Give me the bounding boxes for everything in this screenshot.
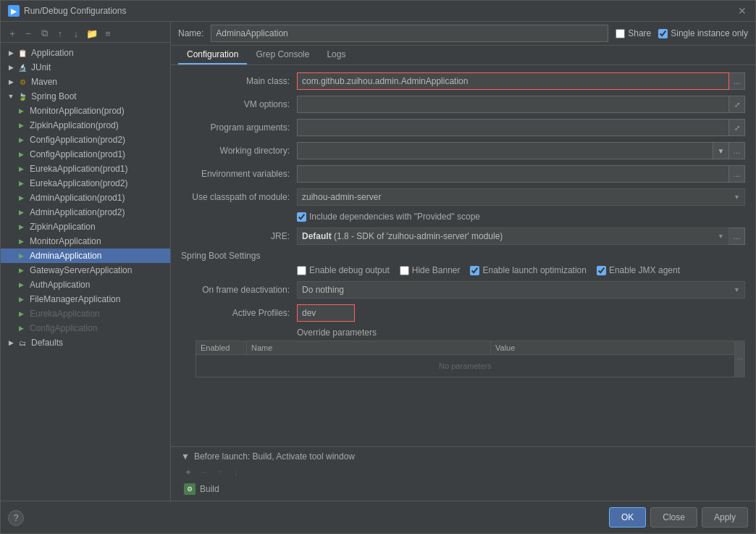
sidebar-item-config-prod1[interactable]: ▶ ConfigApplication(prod1)	[1, 147, 170, 162]
run-debug-dialog: ▶ Run/Debug Configurations ✕ + − ⧉ ↑ ↓ 📁…	[0, 0, 756, 534]
vm-options-input-group: ⤢	[297, 96, 745, 113]
sidebar-item-label: AuthApplication	[30, 280, 90, 290]
share-label: Share	[628, 28, 651, 38]
main-class-browse-button[interactable]: …	[729, 72, 745, 90]
vm-options-expand-button[interactable]: ⤢	[729, 96, 745, 113]
sidebar-item-zipkin[interactable]: ▶ ZipkinApplication	[1, 220, 170, 234]
sidebar-item-zipkin-prod[interactable]: ▶ ZipkinApplication(prod)	[1, 118, 170, 133]
main-class-input[interactable]	[297, 72, 729, 90]
override-no-params: No parameters	[196, 355, 734, 377]
sidebar-item-auth[interactable]: ▶ AuthApplication	[1, 278, 170, 292]
spring-boot-settings-title: Spring Boot Settings	[181, 251, 745, 261]
sidebar-item-filemanager[interactable]: ▶ FileManagerApplication	[1, 292, 170, 306]
program-args-input-group: ⤢	[297, 119, 745, 136]
ok-button[interactable]: OK	[609, 507, 646, 527]
classpath-row: Use classpath of module: zuihou-admin-se…	[181, 188, 745, 206]
on-frame-deact-dropdown-group: Do nothing ▼	[297, 281, 745, 299]
working-dir-dropdown-button[interactable]: ▼	[713, 142, 729, 159]
single-instance-label: Single instance only	[671, 28, 748, 38]
sidebar-item-spring-boot[interactable]: ▼ 🍃 Spring Boot	[1, 89, 170, 104]
on-frame-deact-label: On frame deactivation:	[181, 285, 297, 295]
on-frame-deact-dropdown[interactable]: Do nothing ▼	[297, 281, 745, 299]
active-profiles-row: Active Profiles:	[181, 304, 745, 322]
bl-remove-button: −	[197, 466, 211, 479]
sidebar-item-label: ConfigApplication(prod1)	[30, 149, 125, 159]
enable-launch-opt-checkbox[interactable]	[470, 266, 479, 275]
program-args-label: Program arguments:	[181, 122, 297, 133]
close-button[interactable]: Close	[650, 507, 697, 527]
sidebar-item-label: FileManagerApplication	[30, 294, 120, 304]
include-deps-label: Include dependencies with "Provided" sco…	[309, 212, 480, 222]
move-down-button[interactable]: ↓	[69, 26, 83, 41]
sidebar-item-maven[interactable]: ▶ ⚙ Maven	[1, 75, 170, 89]
sidebar-item-admina[interactable]: ▶ AdminaApplication	[1, 249, 170, 263]
window-title: Run/Debug Configurations	[24, 6, 126, 16]
sidebar-item-admin-prod1[interactable]: ▶ AdminApplication(prod1)	[1, 191, 170, 205]
sidebar-item-defaults[interactable]: ▶ 🗂 Defaults	[1, 335, 170, 350]
bl-move-up-button: ↑	[213, 466, 227, 479]
run-icon: ▶	[15, 235, 27, 247]
env-vars-input[interactable]	[297, 165, 729, 183]
sidebar-toolbar: + − ⧉ ↑ ↓ 📁 ≡	[1, 25, 170, 43]
sort-button[interactable]: ≡	[101, 26, 115, 41]
include-deps-checkbox[interactable]	[297, 212, 306, 222]
run-icon: ▶	[15, 221, 27, 233]
sidebar-item-label: Maven	[31, 77, 57, 87]
sidebar-item-label: EurekaApplication(prod1)	[30, 164, 127, 174]
enable-debug-checkbox[interactable]	[297, 266, 306, 275]
move-up-button[interactable]: ↑	[53, 26, 67, 41]
sidebar-item-monitor[interactable]: ▶ MonitorApplication	[1, 234, 170, 249]
sidebar-item-admin-prod2[interactable]: ▶ AdminApplication(prod2)	[1, 205, 170, 220]
tab-configuration[interactable]: Configuration	[178, 46, 247, 64]
share-checkbox[interactable]	[616, 29, 625, 38]
program-args-expand-button[interactable]: ⤢	[729, 119, 745, 136]
folder-button[interactable]: 📁	[85, 26, 99, 41]
scroll-indicator[interactable]: >>	[735, 341, 745, 377]
before-launch-header[interactable]: ▼ Before launch: Build, Activate tool wi…	[181, 451, 745, 462]
env-vars-browse-button[interactable]: …	[729, 165, 745, 183]
name-bar: Name: Share Single instance only	[171, 22, 755, 46]
sidebar-item-config-prod2[interactable]: ▶ ConfigApplication(prod2)	[1, 133, 170, 147]
bl-add-button[interactable]: +	[181, 466, 196, 479]
build-icon: ⚙	[184, 483, 196, 495]
main-content: + − ⧉ ↑ ↓ 📁 ≡ ▶ 📋 Application ▶ 🔬 JUnit …	[1, 22, 755, 501]
add-config-button[interactable]: +	[5, 26, 20, 41]
sidebar-item-eureka-prod1[interactable]: ▶ EurekaApplication(prod1)	[1, 162, 170, 176]
apply-button[interactable]: Apply	[702, 507, 748, 527]
jre-browse-button[interactable]: …	[729, 228, 745, 245]
collapse-icon: ▼	[181, 451, 190, 462]
sidebar-item-eureka-prod2[interactable]: ▶ EurekaApplication(prod2)	[1, 176, 170, 191]
copy-config-button[interactable]: ⧉	[37, 26, 51, 41]
jre-dropdown[interactable]: Default (1.8 - SDK of 'zuihou-admin-serv…	[297, 228, 729, 245]
before-launch-label: Before launch: Build, Activate tool wind…	[194, 451, 355, 462]
sidebar-item-application[interactable]: ▶ 📋 Application	[1, 46, 170, 60]
single-instance-checkbox[interactable]	[658, 29, 668, 38]
sidebar-item-gateway[interactable]: ▶ GatewayServerApplication	[1, 263, 170, 278]
enable-jmx-checkbox[interactable]	[597, 266, 606, 275]
close-window-button[interactable]: ✕	[736, 5, 748, 17]
env-vars-row: Environment variables: …	[181, 165, 745, 183]
working-dir-input[interactable]	[297, 142, 713, 159]
spring-icon: 🍃	[17, 91, 28, 102]
run-icon: ▶	[15, 293, 27, 305]
window-icon: ▶	[8, 5, 20, 17]
active-profiles-input[interactable]	[297, 304, 355, 322]
sidebar-item-monitor-prod[interactable]: ▶ MonitorApplication(prod)	[1, 104, 170, 118]
vm-options-input[interactable]	[297, 96, 729, 113]
sidebar-item-junit[interactable]: ▶ 🔬 JUnit	[1, 60, 170, 75]
tab-grep-console[interactable]: Grep Console	[247, 46, 318, 64]
working-dir-browse-button[interactable]: …	[729, 142, 745, 159]
program-args-input[interactable]	[297, 119, 729, 136]
hide-banner-checkbox[interactable]	[400, 266, 409, 275]
name-input[interactable]	[211, 25, 608, 42]
remove-config-button[interactable]: −	[21, 26, 35, 41]
run-icon: ▶	[15, 192, 27, 204]
vm-options-row: VM options: ⤢	[181, 96, 745, 113]
arrow-icon: ▶	[7, 338, 15, 347]
classpath-dropdown[interactable]: zuihou-admin-server ▼	[297, 188, 745, 206]
help-button[interactable]: ?	[8, 510, 24, 526]
defaults-icon: 🗂	[17, 337, 28, 349]
tab-logs[interactable]: Logs	[318, 46, 354, 64]
classpath-dropdown-group: zuihou-admin-server ▼	[297, 188, 745, 206]
enable-launch-opt-check-group: Enable launch optimization	[470, 265, 586, 275]
